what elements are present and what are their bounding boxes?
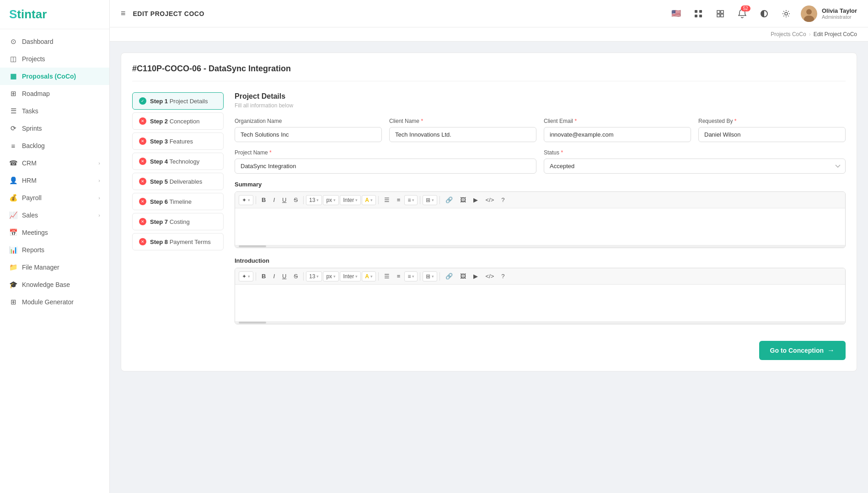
- font-color-select[interactable]: A▾: [362, 195, 376, 205]
- sidebar-item-backlog[interactable]: ≡ Backlog: [0, 137, 109, 154]
- magic-select[interactable]: ✦▾: [239, 195, 253, 205]
- step-3[interactable]: ✕ Step 3 Features: [132, 133, 224, 150]
- intro-font-color-select[interactable]: A▾: [362, 271, 376, 281]
- user-info[interactable]: Olivia Taylor Administrator: [801, 5, 857, 22]
- breadcrumb-projects-coco[interactable]: Projects CoCo: [771, 31, 806, 37]
- svg-point-4: [785, 12, 788, 15]
- sep2: [303, 196, 304, 204]
- introduction-body[interactable]: [235, 285, 845, 321]
- strikethrough-button[interactable]: S: [290, 195, 301, 205]
- sidebar-item-label: Proposals (CoCo): [22, 73, 100, 80]
- intro-font-family-select[interactable]: Inter▾: [340, 271, 361, 281]
- hamburger-button[interactable]: ≡: [121, 9, 126, 18]
- sidebar-item-crm[interactable]: ☎ CRM ›: [0, 154, 109, 172]
- summary-scrollbar-thumb: [239, 245, 266, 247]
- sidebar-item-reports[interactable]: 📊 Reports: [0, 241, 109, 259]
- user-name: Olivia Taylor: [822, 7, 857, 14]
- org-name-input[interactable]: [235, 127, 382, 142]
- sidebar-item-roadmap[interactable]: ⊞ Roadmap: [0, 85, 109, 102]
- font-family-select[interactable]: Inter▾: [340, 195, 361, 205]
- client-name-input[interactable]: [389, 127, 536, 142]
- status-select[interactable]: Accepted Pending Rejected In Progress: [544, 159, 846, 174]
- sidebar-item-sales[interactable]: 📈 Sales ›: [0, 207, 109, 224]
- align-select[interactable]: ≡▾: [404, 195, 418, 205]
- sep10: [439, 272, 440, 281]
- sep6: [256, 272, 256, 281]
- intro-video-button[interactable]: ▶: [470, 271, 481, 281]
- intro-align-select[interactable]: ≡▾: [404, 271, 418, 281]
- sidebar-item-meetings[interactable]: 📅 Meetings: [0, 224, 109, 241]
- step-5[interactable]: ✕ Step 5 Deliverables: [132, 173, 224, 190]
- layout-icon[interactable]: [713, 6, 728, 21]
- sidebar-item-dashboard[interactable]: ⊙ Dashboard: [0, 33, 109, 50]
- sidebar-item-knowledge-base[interactable]: 🎓 Knowledge Base: [0, 276, 109, 293]
- intro-ordered-list-button[interactable]: ≡: [394, 271, 404, 281]
- hrm-arrow: ›: [98, 178, 100, 183]
- sidebar-item-module-generator[interactable]: ⊞ Module Generator: [0, 293, 109, 311]
- flag-icon[interactable]: 🇺🇸: [669, 6, 684, 21]
- intro-unordered-list-button[interactable]: ☰: [381, 271, 393, 281]
- table-select[interactable]: ⊞▾: [423, 195, 437, 205]
- sidebar-item-label: Knowledge Base: [22, 281, 100, 288]
- code-button[interactable]: </>: [482, 195, 497, 205]
- form-row-1: Organization Name Client Name * Client E…: [235, 118, 846, 142]
- step-1[interactable]: ✓ Step 1 Project Details: [132, 92, 224, 110]
- sidebar-item-payroll[interactable]: 💰 Payroll ›: [0, 189, 109, 207]
- go-to-conception-button[interactable]: Go to Conception →: [759, 341, 846, 360]
- step-1-dot: ✓: [139, 97, 146, 105]
- underline-button[interactable]: U: [279, 195, 289, 205]
- image-button[interactable]: 🖼: [457, 195, 469, 205]
- intro-font-size-select[interactable]: 13▾: [306, 271, 322, 281]
- breadcrumb-separator: ›: [809, 31, 811, 37]
- intro-code-button[interactable]: </>: [482, 271, 497, 281]
- intro-help-button[interactable]: ?: [498, 271, 508, 281]
- intro-italic-button[interactable]: I: [270, 271, 278, 281]
- sidebar-item-tasks[interactable]: ☰ Tasks: [0, 102, 109, 120]
- sidebar-item-label: Sales: [22, 212, 94, 219]
- ordered-list-button[interactable]: ≡: [394, 195, 404, 205]
- sidebar-item-sprints[interactable]: ⟳ Sprints: [0, 120, 109, 137]
- intro-table-select[interactable]: ⊞▾: [423, 271, 437, 281]
- theme-icon[interactable]: [757, 6, 772, 21]
- sidebar-item-hrm[interactable]: 👤 HRM ›: [0, 172, 109, 189]
- notifications-icon[interactable]: 52: [735, 6, 750, 21]
- help-button[interactable]: ?: [498, 195, 508, 205]
- sidebar-item-projects[interactable]: ◫ Projects: [0, 50, 109, 68]
- italic-button[interactable]: I: [270, 195, 278, 205]
- unordered-list-button[interactable]: ☰: [381, 195, 393, 205]
- intro-font-unit-select[interactable]: px▾: [323, 271, 339, 281]
- bold-button[interactable]: B: [258, 195, 269, 205]
- settings-icon[interactable]: [779, 6, 793, 21]
- font-unit-select[interactable]: px▾: [323, 195, 339, 205]
- requested-by-input[interactable]: [698, 127, 846, 142]
- step-4[interactable]: ✕ Step 4 Technology: [132, 153, 224, 170]
- proposals-icon: ▦: [9, 72, 17, 80]
- intro-bold-button[interactable]: B: [258, 271, 269, 281]
- project-name-input[interactable]: [235, 159, 536, 174]
- step-7[interactable]: ✕ Step 7 Costing: [132, 213, 224, 230]
- intro-link-button[interactable]: 🔗: [442, 271, 456, 281]
- step-2[interactable]: ✕ Step 2 Conception: [132, 112, 224, 130]
- intro-strikethrough-button[interactable]: S: [290, 271, 301, 281]
- step-2-dot: ✕: [139, 117, 146, 125]
- video-button[interactable]: ▶: [470, 195, 481, 205]
- link-button[interactable]: 🔗: [442, 195, 456, 205]
- apps-icon[interactable]: [691, 6, 706, 21]
- sidebar-item-label: File Manager: [22, 264, 100, 271]
- summary-body[interactable]: [235, 208, 845, 245]
- status-label: Status *: [544, 149, 846, 156]
- font-size-select[interactable]: 13▾: [306, 195, 322, 205]
- user-role: Administrator: [822, 14, 857, 20]
- step-8[interactable]: ✕ Step 8 Payment Terms: [132, 233, 224, 250]
- sidebar-item-proposals[interactable]: ▦ Proposals (CoCo): [0, 68, 109, 85]
- intro-image-button[interactable]: 🖼: [457, 271, 469, 281]
- us-flag: 🇺🇸: [671, 9, 681, 18]
- sidebar-item-file-manager[interactable]: 📁 File Manager: [0, 259, 109, 276]
- intro-magic-select[interactable]: ✦▾: [239, 271, 253, 281]
- file-manager-icon: 📁: [9, 263, 17, 271]
- client-email-input[interactable]: [544, 127, 691, 142]
- intro-underline-button[interactable]: U: [279, 271, 289, 281]
- step-6[interactable]: ✕ Step 6 Timeline: [132, 193, 224, 210]
- svg-point-6: [806, 9, 812, 15]
- sep1: [256, 196, 256, 204]
